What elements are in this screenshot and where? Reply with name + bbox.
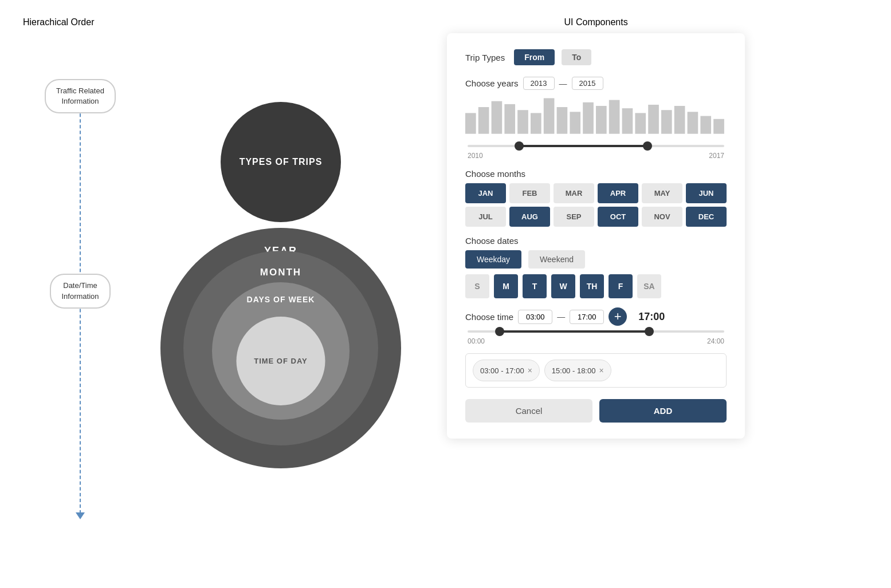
add-time-button[interactable]: + — [609, 307, 627, 326]
hierarchy-node-datetime: Date/TimeInformation — [50, 274, 110, 308]
year-slider-thumb-left[interactable] — [515, 141, 524, 151]
choose-time-section: Choose time — + 17:00 00:00 — [465, 307, 727, 345]
time-dash: — — [557, 312, 565, 321]
svg-rect-7 — [557, 107, 568, 134]
arrow-down — [76, 512, 85, 519]
choose-dates-section: Choose dates Weekday Weekend S M T W TH … — [465, 236, 727, 298]
day-thursday[interactable]: TH — [580, 274, 604, 298]
hierarchy-node-traffic: Traffic RelatedInformation — [45, 79, 116, 113]
time-tag-1: 03:00 - 17:00 × — [473, 360, 540, 381]
weekend-button[interactable]: Weekend — [528, 250, 585, 269]
svg-rect-19 — [713, 119, 724, 134]
trip-types-row: Trip Types From To — [465, 49, 727, 65]
ui-card: Trip Types From To Choose years — — [447, 33, 745, 439]
svg-rect-11 — [609, 100, 620, 134]
time-tag-2: 15:00 - 18:00 × — [544, 360, 611, 381]
nested-circles-group: YEAR MONTH DAYS OF WEEK TIME OF DAY — [160, 228, 401, 468]
svg-rect-8 — [570, 112, 580, 133]
year-to-input[interactable] — [572, 77, 603, 90]
year-from-input[interactable] — [523, 77, 555, 90]
svg-rect-1 — [478, 107, 489, 134]
day-wednesday[interactable]: W — [551, 274, 575, 298]
month-jul[interactable]: JUL — [465, 207, 506, 227]
year-range-slider[interactable]: 2010 2017 — [465, 145, 727, 160]
year-range-start: 2010 — [468, 152, 483, 160]
svg-rect-6 — [544, 98, 555, 134]
month-may[interactable]: MAY — [642, 183, 682, 203]
svg-rect-17 — [688, 112, 698, 133]
days-grid: S M T W TH F SA — [465, 274, 727, 298]
time-range-start: 00:00 — [468, 337, 485, 345]
choose-years-label: Choose years — — [465, 77, 727, 90]
month-aug[interactable]: AUG — [509, 207, 550, 227]
day-monday[interactable]: M — [494, 274, 518, 298]
day-tuesday[interactable]: T — [523, 274, 547, 298]
time-tags-container: 03:00 - 17:00 × 15:00 - 18:00 × — [465, 353, 727, 388]
time-tag-1-text: 03:00 - 17:00 — [480, 366, 524, 375]
time-range-end: 24:00 — [707, 337, 724, 345]
month-oct[interactable]: OCT — [598, 207, 638, 227]
svg-rect-4 — [517, 110, 528, 133]
ui-components-title: UI Components — [94, 17, 868, 27]
svg-rect-2 — [492, 101, 503, 134]
time-tag-1-close[interactable]: × — [528, 366, 532, 375]
trip-types-label: Trip Types — [465, 53, 505, 62]
cancel-button[interactable]: Cancel — [465, 399, 592, 423]
svg-rect-9 — [583, 102, 594, 134]
year-dash: — — [559, 79, 567, 88]
svg-rect-16 — [674, 106, 685, 134]
time-range-slider[interactable]: 00:00 24:00 — [465, 330, 727, 345]
time-slider-thumb-left[interactable] — [495, 327, 504, 336]
hierarchical-order-title: Hierachical Order — [23, 17, 94, 27]
choose-time-label: Choose time — [465, 312, 513, 322]
time-row: Choose time — + 17:00 — [465, 307, 727, 326]
choose-years-section: Choose years — — [465, 77, 727, 160]
month-feb[interactable]: FEB — [509, 183, 550, 203]
day-sunday[interactable]: S — [465, 274, 489, 298]
footer-buttons: Cancel ADD — [465, 399, 727, 423]
weekday-toggle: Weekday Weekend — [465, 250, 727, 269]
month-jun[interactable]: JUN — [686, 183, 727, 203]
choose-dates-label: Choose dates — [465, 236, 727, 246]
svg-rect-0 — [465, 113, 476, 133]
time-tag-2-text: 15:00 - 18:00 — [552, 366, 596, 375]
svg-rect-15 — [661, 110, 672, 133]
svg-rect-10 — [596, 106, 607, 134]
choose-months-section: Choose months JAN FEB MAR APR MAY JUN JU… — [465, 169, 727, 227]
svg-rect-14 — [648, 105, 659, 134]
month-apr[interactable]: APR — [598, 183, 638, 203]
year-slider-thumb-right[interactable] — [643, 141, 652, 151]
month-dec[interactable]: DEC — [686, 207, 727, 227]
weekday-button[interactable]: Weekday — [465, 250, 521, 269]
month-jan[interactable]: JAN — [465, 183, 506, 203]
svg-rect-12 — [622, 108, 633, 134]
svg-rect-5 — [531, 113, 541, 133]
month-sep[interactable]: SEP — [554, 207, 594, 227]
add-button[interactable]: ADD — [599, 399, 727, 423]
month-nov[interactable]: NOV — [642, 207, 682, 227]
day-saturday[interactable]: SA — [637, 274, 661, 298]
time-slider-thumb-right[interactable] — [645, 327, 654, 336]
year-chart — [465, 94, 727, 140]
time-display: 17:00 — [638, 311, 665, 323]
time-from-input[interactable] — [518, 310, 552, 324]
svg-rect-3 — [504, 104, 515, 134]
to-button[interactable]: To — [562, 49, 591, 65]
svg-rect-18 — [700, 116, 711, 134]
circle-time-of-day: TIME OF DAY — [237, 317, 325, 405]
svg-rect-13 — [635, 113, 646, 133]
choose-months-label: Choose months — [465, 169, 727, 179]
time-to-input[interactable] — [570, 310, 604, 324]
from-button[interactable]: From — [514, 49, 555, 65]
time-tag-2-close[interactable]: × — [599, 366, 603, 375]
day-friday[interactable]: F — [609, 274, 633, 298]
year-range-end: 2017 — [709, 152, 724, 160]
circle-types-of-trips: TYPES OF TRIPS — [221, 102, 341, 222]
months-grid: JAN FEB MAR APR MAY JUN JUL AUG SEP OCT … — [465, 183, 727, 227]
month-mar[interactable]: MAR — [554, 183, 594, 203]
